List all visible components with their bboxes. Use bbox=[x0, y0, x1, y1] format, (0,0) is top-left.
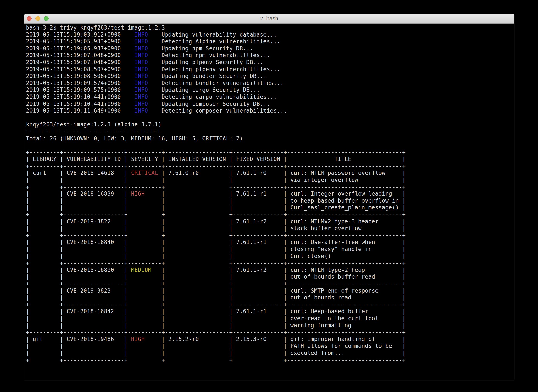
log-level: INFO bbox=[134, 73, 148, 79]
severity-cell: CRITICAL bbox=[128, 169, 162, 176]
log-level: INFO bbox=[134, 80, 148, 86]
log-level: INFO bbox=[134, 45, 148, 51]
terminal-window: 2. bash bash-3.2$ trivy knqyf263/test-im… bbox=[24, 14, 514, 380]
log-level: INFO bbox=[134, 107, 148, 114]
zoom-button[interactable] bbox=[44, 16, 49, 21]
log-level: INFO bbox=[134, 66, 148, 72]
severity-cell: HIGH bbox=[128, 190, 162, 197]
log-level: INFO bbox=[134, 52, 148, 58]
minimize-button[interactable] bbox=[35, 16, 40, 21]
window-title: 2. bash bbox=[24, 14, 514, 23]
log-level: INFO bbox=[134, 31, 148, 38]
log-level: INFO bbox=[134, 38, 148, 45]
terminal-output[interactable]: bash-3.2$ trivy knqyf263/test-image:1.2.… bbox=[24, 23, 514, 363]
log-level: INFO bbox=[134, 93, 148, 100]
window-titlebar[interactable]: 2. bash bbox=[24, 14, 514, 23]
severity-cell: MEDIUM bbox=[128, 266, 162, 273]
log-level: INFO bbox=[134, 59, 148, 65]
severity-cell: HIGH bbox=[128, 336, 162, 342]
close-button[interactable] bbox=[27, 16, 32, 21]
log-level: INFO bbox=[134, 100, 148, 107]
log-level: INFO bbox=[134, 86, 148, 93]
traffic-lights bbox=[27, 16, 49, 21]
